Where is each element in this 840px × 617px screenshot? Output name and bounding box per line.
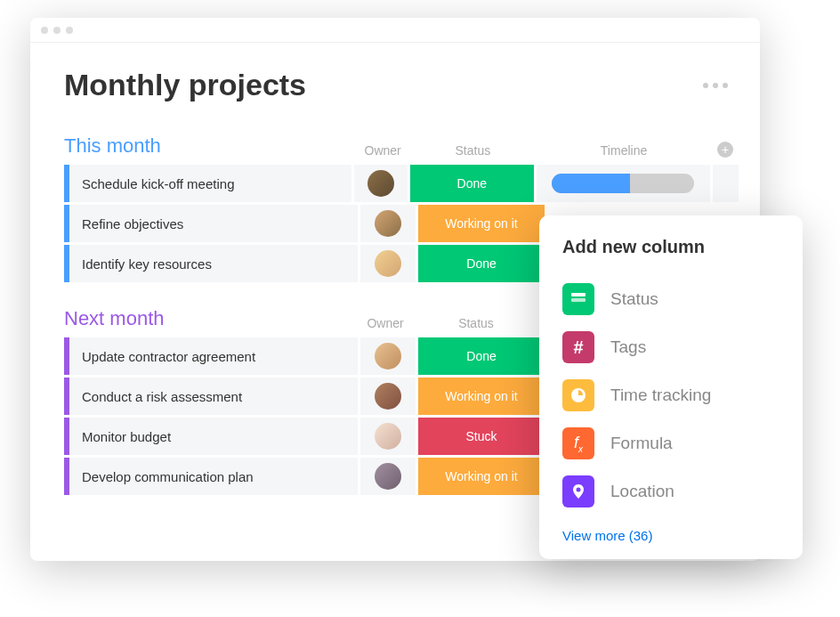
dots-icon	[713, 83, 718, 88]
group-header: This month Owner Status Timeline +	[64, 134, 739, 158]
status-cell[interactable]: Stuck	[418, 418, 545, 455]
dropdown-item-label: Time tracking	[610, 386, 711, 405]
dropdown-item-label: Status	[610, 289, 658, 309]
task-cell[interactable]: Develop communication plan	[64, 458, 358, 495]
more-menu-button[interactable]	[703, 83, 728, 88]
page-header: Monthly projects	[64, 68, 739, 102]
task-cell[interactable]: Refine objectives	[64, 205, 358, 242]
task-cell[interactable]: Monitor budget	[64, 418, 358, 455]
view-more-link[interactable]: View more (36)	[562, 528, 783, 543]
status-icon	[562, 283, 594, 315]
svg-rect-0	[571, 293, 586, 296]
dropdown-item-status[interactable]: Status	[562, 275, 783, 323]
dropdown-item-location[interactable]: Location	[562, 467, 783, 516]
status-cell[interactable]: Working on it	[418, 378, 545, 415]
dropdown-title: Add new column	[562, 237, 783, 257]
avatar	[375, 463, 401, 490]
formula-icon: fx	[562, 427, 594, 459]
status-cell[interactable]: Done	[418, 337, 545, 375]
dropdown-item-formula[interactable]: fx Formula	[562, 419, 783, 467]
table-row[interactable]: Schedule kick-off meeting Done	[64, 165, 739, 202]
timeline-fill	[552, 174, 630, 193]
task-cell[interactable]: Schedule kick-off meeting	[64, 165, 351, 202]
owner-cell[interactable]	[360, 205, 416, 242]
status-cell[interactable]: Working on it	[418, 458, 545, 495]
dropdown-item-tags[interactable]: # Tags	[562, 323, 783, 371]
avatar	[375, 423, 401, 450]
plus-icon: +	[717, 142, 733, 158]
hash-icon: #	[562, 331, 594, 363]
page-title: Monthly projects	[64, 68, 306, 102]
owner-cell[interactable]	[360, 418, 416, 455]
dropdown-item-label: Tags	[610, 337, 646, 357]
window-control-dot[interactable]	[41, 27, 48, 34]
column-header-status[interactable]: Status	[413, 316, 539, 330]
owner-cell[interactable]	[360, 245, 416, 282]
dots-icon	[723, 83, 728, 88]
status-cell[interactable]: Done	[410, 165, 534, 202]
group-title[interactable]: This month	[64, 134, 355, 158]
avatar	[375, 250, 401, 277]
window-control-dot[interactable]	[66, 27, 73, 34]
svg-point-3	[577, 488, 581, 492]
avatar	[375, 210, 401, 237]
dropdown-item-label: Formula	[610, 434, 673, 453]
column-header-owner[interactable]: Owner	[355, 143, 410, 158]
column-header-owner[interactable]: Owner	[358, 316, 413, 330]
dots-icon	[703, 83, 708, 88]
status-cell[interactable]: Done	[418, 245, 545, 282]
group-title[interactable]: Next month	[64, 307, 358, 330]
owner-cell[interactable]	[360, 337, 416, 375]
dropdown-item-time-tracking[interactable]: Time tracking	[562, 371, 783, 419]
owner-cell[interactable]	[354, 165, 408, 202]
avatar	[375, 383, 401, 410]
owner-cell[interactable]	[360, 458, 416, 495]
timeline-bar	[552, 174, 694, 193]
svg-rect-1	[571, 298, 586, 302]
window-control-dot[interactable]	[53, 27, 61, 34]
owner-cell[interactable]	[360, 378, 416, 415]
avatar	[375, 343, 401, 369]
task-cell[interactable]: Update contractor agreement	[64, 337, 358, 375]
task-cell[interactable]: Identify key resources	[64, 245, 358, 282]
column-header-timeline[interactable]: Timeline	[536, 143, 712, 158]
status-cell[interactable]: Working on it	[418, 205, 545, 242]
add-column-button[interactable]: +	[712, 142, 739, 158]
location-pin-icon	[562, 475, 594, 507]
dropdown-item-label: Location	[610, 482, 674, 501]
task-cell[interactable]: Conduct a risk assessment	[64, 378, 358, 415]
column-header-status[interactable]: Status	[410, 143, 536, 158]
empty-cell	[713, 165, 739, 202]
add-column-dropdown: Add new column Status # Tags Time tracki…	[539, 215, 803, 559]
clock-icon	[562, 379, 594, 411]
timeline-cell[interactable]	[537, 165, 710, 202]
avatar	[368, 170, 394, 197]
window-titlebar	[30, 18, 760, 43]
